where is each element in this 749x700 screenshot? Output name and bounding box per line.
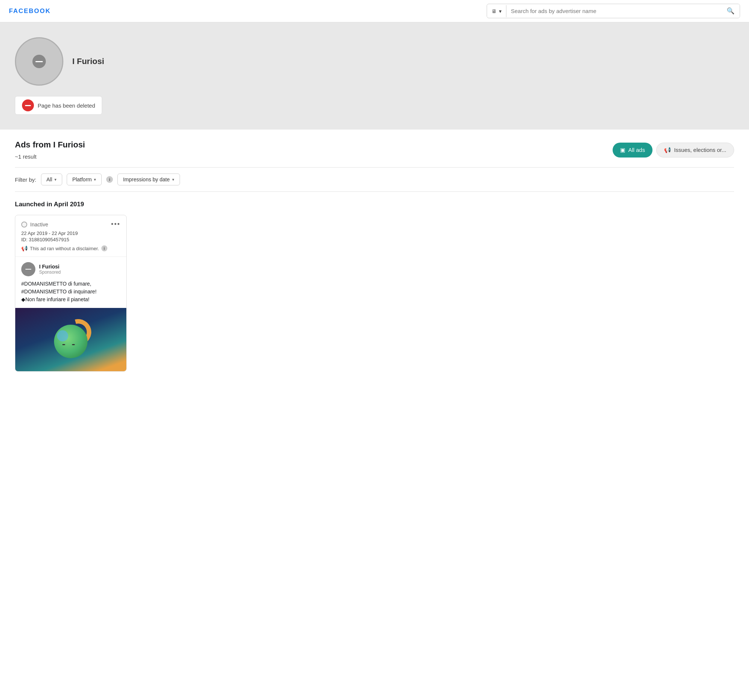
ad-id: ID: 318810905457915 [21,237,120,242]
filter-bar: Filter by: All ▾ Platform ▾ i Impression… [15,167,734,192]
device-chevron: ▾ [499,8,501,14]
search-input[interactable] [506,5,721,17]
ad-status-label: Inactive [30,221,48,227]
earth-eye-left [62,344,65,345]
impressions-filter-chevron: ▾ [172,177,174,182]
ads-title: Ads from I Furiosi [15,140,85,150]
search-button[interactable]: 🔍 [721,4,740,18]
filter-label: Filter by: [15,177,37,183]
ad-status-row: Inactive ••• [21,220,120,228]
search-wrapper: 🖥 ▾ 🔍 [487,4,740,18]
ad-post-body: I Furiosi Sponsored #DOMANISMETTO di fum… [15,257,126,303]
tab-issues-elections[interactable]: 📢 Issues, elections or... [656,143,734,157]
ad-poster-info: I Furiosi Sponsored [39,264,61,275]
device-selector[interactable]: 🖥 ▾ [487,5,506,17]
results-row: Ads from I Furiosi ~1 result ▣ All ads 📢… [15,140,734,160]
ad-poster-name: I Furiosi [39,264,61,270]
monitor-icon: 🖥 [492,8,497,14]
ad-poster-avatar [21,262,35,276]
ad-dates: 22 Apr 2019 - 22 Apr 2019 [21,230,120,236]
ad-card-header: Inactive ••• 22 Apr 2019 - 22 Apr 2019 I… [15,215,126,257]
all-filter-label: All [47,177,52,183]
all-filter-dropdown[interactable]: All ▾ [41,174,63,185]
ad-post-image [15,308,126,371]
status-circle-icon [21,221,27,227]
tab-buttons: ▣ All ads 📢 Issues, elections or... [613,143,734,157]
earth-water [57,330,68,342]
deleted-icon [22,99,34,111]
poster-avatar-icon [25,269,31,270]
platform-info-icon[interactable]: i [106,176,113,183]
all-ads-label: All ads [628,147,645,153]
tab-all-ads[interactable]: ▣ All ads [613,143,653,157]
disclaimer-megaphone-icon: 📢 [21,246,28,251]
ad-disclaimer-text: This ad ran without a disclaimer. [30,246,99,251]
megaphone-tab-icon: 📢 [664,147,671,153]
platform-filter-label: Platform [72,177,92,183]
impressions-filter-label: Impressions by date [123,177,170,183]
ad-poster-sponsored: Sponsored [39,270,61,275]
deleted-badge: Page has been deleted [15,96,102,115]
profile-banner: I Furiosi Page has been deleted [0,22,749,130]
issues-label: Issues, elections or... [674,147,726,153]
ads-title-group: Ads from I Furiosi ~1 result [15,140,85,160]
avatar-minus-icon [32,55,46,68]
results-count: ~1 result [15,153,37,160]
earth-circle [54,325,87,358]
ad-disclaimer-row: 📢 This ad ran without a disclaimer. i [21,246,120,251]
platform-filter-chevron: ▾ [94,177,96,182]
all-filter-chevron: ▾ [54,177,57,182]
impressions-filter-dropdown[interactable]: Impressions by date ▾ [118,174,180,185]
earth-eye-right [72,344,75,345]
ad-more-button[interactable]: ••• [111,220,120,228]
ad-card: Inactive ••• 22 Apr 2019 - 22 Apr 2019 I… [15,215,127,372]
main-content: Ads from I Furiosi ~1 result ▣ All ads 📢… [0,130,749,372]
header: FACEBOOK 🖥 ▾ 🔍 [0,0,749,22]
platform-filter-dropdown[interactable]: Platform ▾ [67,174,102,185]
ad-status: Inactive [21,221,48,227]
disclaimer-info-icon[interactable]: i [101,246,107,251]
profile-name: I Furiosi [72,56,104,66]
launched-section-title: Launched in April 2019 [15,201,734,208]
deleted-badge-text: Page has been deleted [38,102,95,109]
ad-post-text: #DOMANISMETTO di fumare, #DOMANISMETTO d… [21,280,120,303]
profile-info: I Furiosi [15,37,734,85]
all-ads-icon: ▣ [620,147,625,153]
earth-illustration [50,319,91,360]
profile-avatar [15,37,63,85]
ad-poster-row: I Furiosi Sponsored [21,262,120,276]
facebook-logo: FACEBOOK [9,8,51,15]
